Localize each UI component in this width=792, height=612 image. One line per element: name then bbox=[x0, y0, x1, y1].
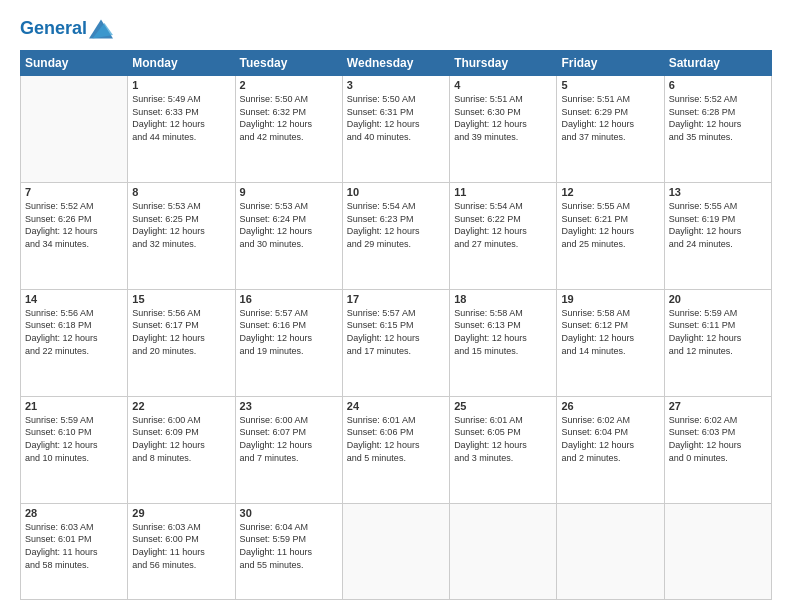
calendar-cell: 14Sunrise: 5:56 AM Sunset: 6:18 PM Dayli… bbox=[21, 289, 128, 396]
weekday-header-tuesday: Tuesday bbox=[235, 51, 342, 76]
calendar-cell: 22Sunrise: 6:00 AM Sunset: 6:09 PM Dayli… bbox=[128, 396, 235, 503]
day-info: Sunrise: 5:53 AM Sunset: 6:25 PM Dayligh… bbox=[132, 200, 230, 250]
day-number: 15 bbox=[132, 293, 230, 305]
header: General bbox=[20, 18, 772, 40]
day-number: 30 bbox=[240, 507, 338, 519]
day-info: Sunrise: 5:51 AM Sunset: 6:29 PM Dayligh… bbox=[561, 93, 659, 143]
week-row-5: 28Sunrise: 6:03 AM Sunset: 6:01 PM Dayli… bbox=[21, 503, 772, 599]
day-number: 6 bbox=[669, 79, 767, 91]
calendar-cell: 5Sunrise: 5:51 AM Sunset: 6:29 PM Daylig… bbox=[557, 76, 664, 183]
calendar-cell: 26Sunrise: 6:02 AM Sunset: 6:04 PM Dayli… bbox=[557, 396, 664, 503]
calendar-cell: 28Sunrise: 6:03 AM Sunset: 6:01 PM Dayli… bbox=[21, 503, 128, 599]
day-info: Sunrise: 5:55 AM Sunset: 6:21 PM Dayligh… bbox=[561, 200, 659, 250]
calendar-cell: 25Sunrise: 6:01 AM Sunset: 6:05 PM Dayli… bbox=[450, 396, 557, 503]
calendar-cell: 21Sunrise: 5:59 AM Sunset: 6:10 PM Dayli… bbox=[21, 396, 128, 503]
weekday-header-monday: Monday bbox=[128, 51, 235, 76]
day-info: Sunrise: 6:04 AM Sunset: 5:59 PM Dayligh… bbox=[240, 521, 338, 571]
weekday-header-saturday: Saturday bbox=[664, 51, 771, 76]
day-info: Sunrise: 6:00 AM Sunset: 6:09 PM Dayligh… bbox=[132, 414, 230, 464]
day-number: 27 bbox=[669, 400, 767, 412]
calendar-cell: 6Sunrise: 5:52 AM Sunset: 6:28 PM Daylig… bbox=[664, 76, 771, 183]
day-info: Sunrise: 6:01 AM Sunset: 6:06 PM Dayligh… bbox=[347, 414, 445, 464]
day-number: 22 bbox=[132, 400, 230, 412]
calendar-cell: 12Sunrise: 5:55 AM Sunset: 6:21 PM Dayli… bbox=[557, 182, 664, 289]
weekday-header-thursday: Thursday bbox=[450, 51, 557, 76]
day-info: Sunrise: 6:03 AM Sunset: 6:00 PM Dayligh… bbox=[132, 521, 230, 571]
day-number: 23 bbox=[240, 400, 338, 412]
week-row-3: 14Sunrise: 5:56 AM Sunset: 6:18 PM Dayli… bbox=[21, 289, 772, 396]
calendar-cell bbox=[450, 503, 557, 599]
day-number: 19 bbox=[561, 293, 659, 305]
day-number: 10 bbox=[347, 186, 445, 198]
day-info: Sunrise: 5:52 AM Sunset: 6:28 PM Dayligh… bbox=[669, 93, 767, 143]
day-info: Sunrise: 5:51 AM Sunset: 6:30 PM Dayligh… bbox=[454, 93, 552, 143]
day-info: Sunrise: 5:59 AM Sunset: 6:10 PM Dayligh… bbox=[25, 414, 123, 464]
weekday-header-wednesday: Wednesday bbox=[342, 51, 449, 76]
weekday-header-friday: Friday bbox=[557, 51, 664, 76]
day-info: Sunrise: 5:50 AM Sunset: 6:31 PM Dayligh… bbox=[347, 93, 445, 143]
calendar-cell: 4Sunrise: 5:51 AM Sunset: 6:30 PM Daylig… bbox=[450, 76, 557, 183]
day-info: Sunrise: 6:00 AM Sunset: 6:07 PM Dayligh… bbox=[240, 414, 338, 464]
calendar-cell: 29Sunrise: 6:03 AM Sunset: 6:00 PM Dayli… bbox=[128, 503, 235, 599]
day-info: Sunrise: 5:49 AM Sunset: 6:33 PM Dayligh… bbox=[132, 93, 230, 143]
day-number: 9 bbox=[240, 186, 338, 198]
week-row-4: 21Sunrise: 5:59 AM Sunset: 6:10 PM Dayli… bbox=[21, 396, 772, 503]
calendar-cell: 17Sunrise: 5:57 AM Sunset: 6:15 PM Dayli… bbox=[342, 289, 449, 396]
calendar-cell bbox=[21, 76, 128, 183]
day-number: 16 bbox=[240, 293, 338, 305]
calendar-cell: 30Sunrise: 6:04 AM Sunset: 5:59 PM Dayli… bbox=[235, 503, 342, 599]
logo: General bbox=[20, 18, 113, 40]
weekday-header-row: SundayMondayTuesdayWednesdayThursdayFrid… bbox=[21, 51, 772, 76]
day-info: Sunrise: 5:50 AM Sunset: 6:32 PM Dayligh… bbox=[240, 93, 338, 143]
day-info: Sunrise: 5:57 AM Sunset: 6:15 PM Dayligh… bbox=[347, 307, 445, 357]
calendar-cell: 10Sunrise: 5:54 AM Sunset: 6:23 PM Dayli… bbox=[342, 182, 449, 289]
day-number: 2 bbox=[240, 79, 338, 91]
day-info: Sunrise: 5:53 AM Sunset: 6:24 PM Dayligh… bbox=[240, 200, 338, 250]
page: General SundayMondayTuesdayWednesdayThur… bbox=[0, 0, 792, 612]
calendar-cell: 7Sunrise: 5:52 AM Sunset: 6:26 PM Daylig… bbox=[21, 182, 128, 289]
calendar-cell: 9Sunrise: 5:53 AM Sunset: 6:24 PM Daylig… bbox=[235, 182, 342, 289]
calendar-cell bbox=[342, 503, 449, 599]
day-info: Sunrise: 5:54 AM Sunset: 6:22 PM Dayligh… bbox=[454, 200, 552, 250]
day-number: 21 bbox=[25, 400, 123, 412]
day-number: 1 bbox=[132, 79, 230, 91]
calendar-cell: 8Sunrise: 5:53 AM Sunset: 6:25 PM Daylig… bbox=[128, 182, 235, 289]
calendar-cell: 15Sunrise: 5:56 AM Sunset: 6:17 PM Dayli… bbox=[128, 289, 235, 396]
week-row-1: 1Sunrise: 5:49 AM Sunset: 6:33 PM Daylig… bbox=[21, 76, 772, 183]
day-number: 8 bbox=[132, 186, 230, 198]
day-number: 4 bbox=[454, 79, 552, 91]
day-number: 24 bbox=[347, 400, 445, 412]
calendar-cell bbox=[557, 503, 664, 599]
day-info: Sunrise: 5:56 AM Sunset: 6:18 PM Dayligh… bbox=[25, 307, 123, 357]
day-number: 14 bbox=[25, 293, 123, 305]
calendar-cell: 2Sunrise: 5:50 AM Sunset: 6:32 PM Daylig… bbox=[235, 76, 342, 183]
day-number: 20 bbox=[669, 293, 767, 305]
logo-text: General bbox=[20, 19, 87, 39]
calendar-table: SundayMondayTuesdayWednesdayThursdayFrid… bbox=[20, 50, 772, 600]
calendar-cell: 19Sunrise: 5:58 AM Sunset: 6:12 PM Dayli… bbox=[557, 289, 664, 396]
day-number: 13 bbox=[669, 186, 767, 198]
calendar-cell: 24Sunrise: 6:01 AM Sunset: 6:06 PM Dayli… bbox=[342, 396, 449, 503]
day-number: 12 bbox=[561, 186, 659, 198]
calendar-cell: 1Sunrise: 5:49 AM Sunset: 6:33 PM Daylig… bbox=[128, 76, 235, 183]
calendar-cell: 18Sunrise: 5:58 AM Sunset: 6:13 PM Dayli… bbox=[450, 289, 557, 396]
week-row-2: 7Sunrise: 5:52 AM Sunset: 6:26 PM Daylig… bbox=[21, 182, 772, 289]
day-number: 17 bbox=[347, 293, 445, 305]
calendar-cell: 3Sunrise: 5:50 AM Sunset: 6:31 PM Daylig… bbox=[342, 76, 449, 183]
day-number: 26 bbox=[561, 400, 659, 412]
day-info: Sunrise: 5:52 AM Sunset: 6:26 PM Dayligh… bbox=[25, 200, 123, 250]
weekday-header-sunday: Sunday bbox=[21, 51, 128, 76]
day-info: Sunrise: 6:01 AM Sunset: 6:05 PM Dayligh… bbox=[454, 414, 552, 464]
day-info: Sunrise: 5:59 AM Sunset: 6:11 PM Dayligh… bbox=[669, 307, 767, 357]
day-info: Sunrise: 6:03 AM Sunset: 6:01 PM Dayligh… bbox=[25, 521, 123, 571]
day-info: Sunrise: 5:57 AM Sunset: 6:16 PM Dayligh… bbox=[240, 307, 338, 357]
day-number: 7 bbox=[25, 186, 123, 198]
day-info: Sunrise: 6:02 AM Sunset: 6:03 PM Dayligh… bbox=[669, 414, 767, 464]
calendar-cell: 13Sunrise: 5:55 AM Sunset: 6:19 PM Dayli… bbox=[664, 182, 771, 289]
calendar-cell: 20Sunrise: 5:59 AM Sunset: 6:11 PM Dayli… bbox=[664, 289, 771, 396]
day-info: Sunrise: 5:58 AM Sunset: 6:12 PM Dayligh… bbox=[561, 307, 659, 357]
day-number: 3 bbox=[347, 79, 445, 91]
calendar-cell: 16Sunrise: 5:57 AM Sunset: 6:16 PM Dayli… bbox=[235, 289, 342, 396]
day-number: 25 bbox=[454, 400, 552, 412]
day-info: Sunrise: 5:55 AM Sunset: 6:19 PM Dayligh… bbox=[669, 200, 767, 250]
